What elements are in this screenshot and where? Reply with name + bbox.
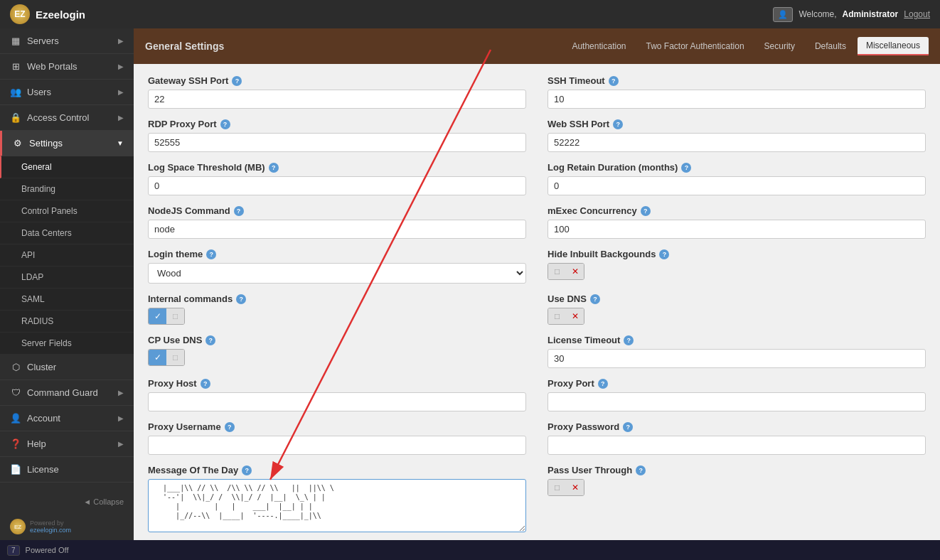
label-rdp-proxy-port: RDP Proxy Port ? [148,119,526,129]
label-internal-commands: Internal commands ? [148,294,526,304]
tab-security[interactable]: Security [756,38,803,55]
access-control-arrow: ▶ [118,114,124,122]
input-mexec-concurrency[interactable] [548,220,926,239]
label-license-timeout: License Timeout ? [548,335,926,345]
sidebar-sub-ldap[interactable]: LDAP [0,266,134,289]
help-proxy-password[interactable]: ? [623,422,633,432]
sidebar-sub-data-centers[interactable]: Data Centers [0,222,134,244]
help-proxy-port[interactable]: ? [598,379,608,389]
help-cp-use-dns[interactable]: ? [205,335,215,345]
input-proxy-port[interactable] [548,392,926,411]
input-license-timeout[interactable] [548,349,926,368]
help-login-theme[interactable]: ? [206,249,216,259]
field-log-space-threshold: Log Space Threshold (MB) ? [148,162,526,195]
help-mexec-concurrency[interactable]: ? [641,206,651,216]
sidebar-item-access-control[interactable]: 🔒 Access Control ▶ [0,105,134,131]
help-proxy-host[interactable]: ? [201,379,210,389]
label-gateway-ssh-port: Gateway SSH Port ? [148,75,526,86]
select-login-theme[interactable]: Wood Default Dark [148,263,526,284]
help-hide-inbuilt-backgrounds[interactable]: ? [659,249,669,259]
help-web-ssh-port[interactable]: ? [613,119,623,129]
help-use-dns[interactable]: ? [590,294,600,304]
help-internal-commands[interactable]: ? [236,294,246,304]
help-proxy-username[interactable]: ? [225,422,235,432]
sidebar-sub-general[interactable]: General [0,156,134,178]
label-proxy-port: Proxy Port ? [548,378,926,389]
toggle-use-dns[interactable]: □ ✕ [548,308,584,325]
toggle-x-put[interactable]: ✕ [566,480,584,495]
sidebar-label-help: Help [27,438,46,449]
logout-link[interactable]: Logout [904,9,930,19]
label-ssh-timeout: SSH Timeout ? [548,75,926,86]
servers-arrow: ▶ [118,37,124,45]
input-log-retain-duration[interactable] [548,176,926,195]
sidebar-item-cluster[interactable]: ⬡ Cluster [0,355,134,380]
label-login-theme: Login theme ? [148,249,526,259]
sidebar-item-web-portals[interactable]: ⊞ Web Portals ▶ [0,54,134,80]
help-pass-user-through[interactable]: ? [636,465,646,475]
field-proxy-port: Proxy Port ? [548,378,926,411]
help-rdp-proxy-port[interactable]: ? [220,119,230,129]
tab-defaults[interactable]: Defaults [806,38,855,55]
input-proxy-password[interactable] [548,436,926,455]
toggle-x-dns[interactable]: ✕ [566,308,584,324]
input-rdp-proxy-port[interactable] [148,133,526,152]
toggle-check-internal[interactable]: ✓ [149,308,166,324]
motd-container: |___|\\ // \\ /\\ \\ // \\ || ||\\ \ '--… [148,479,526,534]
input-proxy-username[interactable] [148,436,526,455]
sidebar-item-help[interactable]: ❓ Help ▶ [0,431,134,457]
input-ssh-timeout[interactable] [548,90,926,109]
field-log-retain-duration: Log Retain Duration (months) ? [548,162,926,195]
toggle-check-cp-dns[interactable]: ✓ [149,350,166,365]
sidebar-sub-branding[interactable]: Branding [0,178,134,200]
help-gateway-ssh-port[interactable]: ? [232,76,242,86]
help-motd[interactable]: ? [242,465,252,475]
sidebar-sub-radius[interactable]: RADIUS [0,311,134,333]
settings-panel-title: General Settings [145,41,224,52]
toggle-off-put[interactable]: □ [548,480,566,495]
status-badge: 7 [7,545,20,556]
input-log-space-threshold[interactable] [148,176,526,195]
help-log-space-threshold[interactable]: ? [269,163,279,173]
help-nodejs-command[interactable]: ? [234,206,244,216]
sidebar-item-command-guard[interactable]: 🛡 Command Guard ▶ [0,380,134,406]
input-proxy-host[interactable] [148,392,526,411]
sidebar-item-users[interactable]: 👥 Users ▶ [0,80,134,105]
sidebar-sub-api[interactable]: API [0,244,134,266]
tab-two-factor[interactable]: Two Factor Authentication [637,38,752,55]
toggle-internal-commands[interactable]: ✓ □ [148,308,185,325]
help-license-timeout[interactable]: ? [624,335,634,345]
settings-body: Gateway SSH Port ? SSH Timeout ? [134,64,940,540]
statusbar: 7 Powered Off [0,540,940,560]
field-proxy-password: Proxy Password ? [548,421,926,455]
sidebar-item-license[interactable]: 📄 License [0,457,134,483]
toggle-pass-user-through[interactable]: □ ✕ [548,479,584,496]
toggle-hide-inbuilt-backgrounds[interactable]: □ ✕ [548,263,584,280]
toggle-off-dns[interactable]: □ [548,308,566,324]
help-ssh-timeout[interactable]: ? [609,76,619,86]
toggle-cp-use-dns[interactable]: ✓ □ [148,349,185,366]
input-web-ssh-port[interactable] [548,133,926,152]
user-icon: 👤 [773,7,793,22]
tab-authentication[interactable]: Authentication [563,38,634,55]
input-nodejs-command[interactable] [148,220,526,239]
toggle-x-hide[interactable]: ✕ [566,264,584,279]
help-log-retain-duration[interactable]: ? [681,163,691,173]
toggle-off-hide[interactable]: □ [548,264,566,279]
sidebar-item-account[interactable]: 👤 Account ▶ [0,406,134,431]
sidebar-item-settings[interactable]: ⚙ Settings ▼ [0,131,134,156]
sidebar-item-servers[interactable]: ▦ Servers ▶ [0,28,134,54]
label-hide-inbuilt-backgrounds: Hide Inbuilt Backgounds ? [548,249,926,259]
account-icon: 👤 [10,413,21,424]
tab-miscellaneous[interactable]: Miscellaneous [858,37,929,55]
license-icon: 📄 [10,464,21,475]
toggle-off-internal[interactable]: □ [166,308,184,324]
sidebar-sub-server-fields[interactable]: Server Fields [0,333,134,355]
sidebar-sub-saml[interactable]: SAML [0,289,134,311]
sidebar-sub-control-panels[interactable]: Control Panels [0,200,134,222]
toggle-off-cp-dns[interactable]: □ [166,350,184,365]
collapse-button[interactable]: ◄ Collapse [0,490,134,513]
textarea-motd[interactable]: |___|\\ // \\ /\\ \\ // \\ || ||\\ \ '--… [148,479,526,532]
settings-header: General Settings Authentication Two Fact… [134,28,940,64]
input-gateway-ssh-port[interactable] [148,90,526,109]
